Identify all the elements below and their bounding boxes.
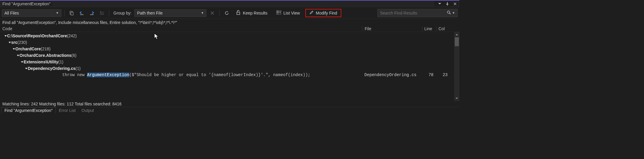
search-results-input[interactable] [380,11,447,15]
tree-node[interactable]: C:\Source\Repos\OrchardCore (242) [0,33,459,39]
column-file[interactable]: File [362,26,422,31]
chevron-down-icon[interactable]: ▼ [452,11,455,15]
svg-point-15 [447,11,450,13]
status-line: Matching lines: 242 Matching files: 112 … [0,101,459,107]
search-icon[interactable] [447,10,451,15]
pin-button[interactable] [444,1,451,7]
clear-filter-icon[interactable] [98,9,106,17]
tree-label: DependencyOrdering.cs [28,66,76,71]
chevron-down-icon: ▼ [201,11,204,15]
expand-icon[interactable] [25,67,28,70]
tree-count: (218) [41,46,50,51]
svg-rect-1 [71,12,73,15]
tree-count: (6) [71,53,76,58]
tree-node[interactable]: OrchardCore.Abstractions (6) [0,52,459,59]
tree-label: OrchardCore.Abstractions [19,53,71,58]
keep-results-button[interactable]: Keep Results [233,9,271,17]
result-col: 23 [436,73,454,77]
scroll-down-icon[interactable] [454,96,459,101]
tree-node[interactable]: src (230) [0,39,459,46]
chevron-down-icon: ▼ [56,11,59,15]
list-icon [276,10,281,15]
tree-node[interactable]: Extensions\Utility (1) [0,59,459,65]
svg-point-6 [100,12,101,13]
toolbar: All Files ▼ Group by: Path then File ▼ [0,7,459,19]
tab-error-list[interactable]: Error List [56,107,79,113]
result-line: 78 [422,73,436,77]
panel-titlebar: Find "ArgumentException" [0,1,459,7]
close-button[interactable] [452,1,458,7]
refresh-icon[interactable] [223,9,231,17]
tree-label: Extensions\Utility [24,60,58,64]
tree-node[interactable]: DependencyOrdering.cs (1) [0,65,459,72]
tree-count: (1) [58,60,63,64]
expand-icon[interactable] [8,41,11,44]
next-result-icon[interactable] [88,9,96,17]
tree-node[interactable]: OrchardCore (218) [0,46,459,52]
window-menu-button[interactable] [436,1,443,7]
column-headers: Code File Line Col [0,25,459,32]
tab-find-results[interactable]: Find "ArgumentException" [1,107,56,113]
scrollbar-thumb[interactable] [455,37,459,46]
modify-find-label: Modify Find [316,11,337,15]
modify-find-button[interactable]: Modify Find [305,9,341,17]
copy-icon[interactable] [68,9,76,17]
results-area: C:\Source\Repos\OrchardCore (242) src (2… [0,32,459,101]
group-by-label: Group by: [112,11,133,15]
vertical-scrollbar[interactable] [454,32,459,101]
tab-output[interactable]: Output [79,107,97,113]
expand-icon[interactable] [12,47,15,50]
result-file: DependencyOrdering.cs [362,73,422,77]
svg-rect-11 [276,10,281,15]
tree-label: OrchardCore [15,46,41,51]
tree-label: C:\Source\Repos\OrchardCore [7,33,67,38]
scroll-up-icon[interactable] [454,32,459,37]
list-view-label: List View [283,11,300,15]
scope-combo[interactable]: All Files ▼ [2,9,61,17]
tree-count: (230) [17,40,27,45]
expand-icon[interactable] [4,34,7,37]
scope-combo-value: All Files [4,11,19,15]
match-highlight: ArgumentException [87,73,129,77]
group-by-value: Path then File [137,11,162,15]
query-summary: Find all "ArgumentException", Include mi… [0,19,459,25]
svg-rect-10 [237,12,240,15]
pencil-icon [309,10,314,15]
keep-results-label: Keep Results [243,11,267,15]
expand-icon[interactable] [17,54,19,57]
expand-icon[interactable] [21,60,24,63]
list-view-button[interactable]: List View [273,9,304,17]
column-col[interactable]: Col [436,26,454,31]
search-results-box[interactable]: ▼ [377,9,458,17]
bottom-tab-bar: Find "ArgumentException" Error List Outp… [0,107,459,113]
tree-count: (242) [67,33,77,38]
svg-line-16 [449,13,451,14]
panel-title: Find "ArgumentException" [2,1,52,6]
result-row[interactable]: throw new ArgumentException($"Should be … [0,72,459,78]
tree-count: (1) [76,66,81,71]
column-code[interactable]: Code [2,26,362,31]
remove-grouping-icon[interactable] [208,9,216,17]
prev-result-icon[interactable] [78,9,86,17]
group-by-combo[interactable]: Path then File ▼ [134,9,206,17]
lock-icon [236,10,240,16]
tree-label: src [11,40,17,45]
column-line[interactable]: Line [422,26,436,31]
